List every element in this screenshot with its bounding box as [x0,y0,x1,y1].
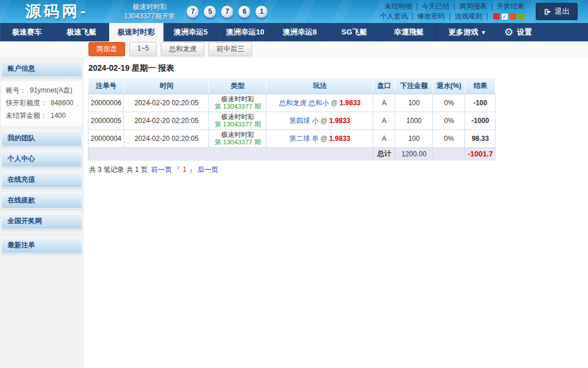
account-field-value: 91ymnet(A盘) [30,86,72,94]
nav-tabs: 极速赛车极速飞艇极速时时彩澳洲幸运5澳洲幸运10澳洲幸运8SG飞艇幸運飛艇 [0,23,436,41]
sidebar-item[interactable]: 我的团队 [1,130,82,147]
draw-period: 13043377期开奖 [124,12,175,21]
top-link[interactable]: 个人资讯 [380,12,408,21]
table-column-header: 盘口 [373,78,395,94]
type-lottery-name: 极速时时彩 [211,131,264,139]
current-draw-info: 极速时时彩 13043377期开奖 [124,2,175,21]
nav-right: 更多游戏▼ ⚙ 设置 [439,23,532,41]
type-period-number: 第 13043377 期 [211,103,264,110]
cell-play: 第二球 单@1.9833 [266,130,373,148]
logout-icon [544,8,551,16]
logout-label: 退出 [555,6,570,17]
lottery-ball: 7 [221,6,233,18]
cell-plate: A [373,112,395,130]
top-link[interactable]: 游戏规则 [455,12,482,21]
cell-order-id: 20000005 [88,112,124,130]
cell-play: 第四球 小@1.9833 [266,112,373,130]
draw-result-balls: 75761 [187,6,268,18]
top-link[interactable]: 开奖结果 [497,2,524,12]
settings-button[interactable]: ⚙ 设置 [504,27,532,37]
lottery-ball: 7 [187,6,199,18]
bet-report-table: 注单号时间类型玩法盘口下注金额退水(%)结果 200000062024-02-2… [88,78,496,160]
cell-result: -100 [465,94,496,112]
subtab[interactable]: 1~5 [129,42,157,56]
type-lottery-name: 极速时时彩 [211,113,264,121]
cell-amount: 1000 [395,112,433,130]
play-name: 第二球 单 [289,135,319,143]
nav-tab[interactable]: 极速飞艇 [55,23,109,41]
nav-tab[interactable]: 澳洲幸运5 [164,23,218,41]
sound-checkbox[interactable]: ✓ [501,13,508,20]
orange-square-toggle[interactable] [510,13,516,20]
next-page-link[interactable]: 后一页 [198,166,218,174]
sidebar-item[interactable]: 个人中心 [1,151,82,167]
prev-page-link[interactable]: 前一页 [151,166,172,174]
account-field-label: 账号： [6,86,26,94]
top-link[interactable]: 今天已结 [422,2,450,12]
play-name: 总和龙虎 总和小 [279,99,329,107]
table-column-header: 退水(%) [433,78,465,94]
link-separator: | [416,2,418,12]
top-links-row1: 未结明细|今天已结|两周报表|开奖结果 [380,2,524,12]
nav-tab[interactable]: 澳洲幸运8 [273,23,327,41]
subtab-bar: 两面盘1~5总和龙虎前中后三 [0,41,588,57]
nav-tab[interactable]: 澳洲幸运10 [218,23,273,41]
at-symbol: @ [320,135,327,143]
account-field: 未结算金额：1400 [6,109,78,122]
total-empty-span [88,148,373,160]
gear-icon: ⚙ [504,27,513,37]
odds-value: 1.9833 [329,117,350,125]
link-separator: | [491,2,493,12]
logout-button[interactable]: 退出 [536,3,578,20]
link-separator: | [454,2,455,12]
subtab[interactable]: 前中后三 [208,42,252,56]
account-field: 账号：91ymnet(A盘) [6,84,78,97]
settings-label: 设置 [517,27,532,37]
nav-tab[interactable]: 极速时时彩 [109,23,164,41]
sidebar-item[interactable]: 最新注单 [1,237,82,254]
page-bracket-open: 『 [173,166,180,174]
current-page-number[interactable]: 1 [183,166,187,174]
main-nav: 极速赛车极速飞艇极速时时彩澳洲幸运5澳洲幸运10澳洲幸运8SG飞艇幸運飛艇 更多… [0,23,588,41]
sidebar-item[interactable]: 全国开奖网 [1,213,82,229]
table-header-row: 注单号时间类型玩法盘口下注金额退水(%)结果 [88,78,496,94]
link-separator: | [449,12,451,21]
top-header: 源码网- 极速时时彩 13043377期开奖 75761 未结明细|今天已结|两… [0,0,588,23]
play-name: 第四球 小 [289,117,319,125]
subtab[interactable]: 两面盘 [88,42,125,56]
odds-value: 1.9833 [329,135,350,143]
table-column-header: 结果 [465,78,496,94]
pagination: 共 3 笔记录 共 1 页 前一页『1』后一页 [88,165,588,175]
sidebar-item-account-info[interactable]: 账户信息 [1,60,82,77]
chevron-down-icon: ▼ [481,29,486,36]
at-symbol: @ [331,99,338,107]
cell-play: 总和龙虎 总和小@1.9833 [266,94,373,112]
table-total-row: 总计1200.00-1001.7 [88,148,496,160]
site-logo: 源码网- [25,1,88,22]
cell-type: 极速时时彩第 13043377 期 [209,112,266,130]
lottery-ball: 1 [256,6,268,18]
lottery-ball: 6 [238,6,250,18]
red-square-toggle[interactable] [493,13,500,20]
cell-result: 98.33 [465,130,496,148]
more-games-menu[interactable]: 更多游戏▼ [439,27,496,37]
top-link[interactable]: 两周报表 [459,2,487,12]
nav-tab[interactable]: 幸運飛艇 [382,23,436,41]
cell-order-id: 20000004 [88,130,124,148]
sidebar-items: 我的团队个人中心在线充值在线提款全国开奖网最新注单 [0,130,84,254]
cell-time: 2024-02-20 02:20:05 [124,130,209,148]
cell-rebate: 0% [433,112,465,130]
green-square-toggle[interactable] [518,13,524,20]
sidebar-item[interactable]: 在线充值 [1,171,82,188]
nav-tab[interactable]: 极速赛车 [0,23,55,41]
account-field-value: 848600 [51,99,74,107]
sidebar-item[interactable]: 在线提款 [1,192,82,209]
cell-time: 2024-02-20 02:20:05 [124,112,209,130]
top-link[interactable]: 修改密码 [417,12,445,21]
report-title: 2024-02-19 星期一 报表 [88,63,588,74]
top-link[interactable]: 未结明细 [385,2,412,12]
cell-result: -1000 [465,112,496,130]
subtab[interactable]: 总和龙虎 [161,42,204,56]
nav-tab[interactable]: SG飞艇 [327,23,382,41]
page: 源码网- 极速时时彩 13043377期开奖 75761 未结明细|今天已结|两… [0,0,588,368]
